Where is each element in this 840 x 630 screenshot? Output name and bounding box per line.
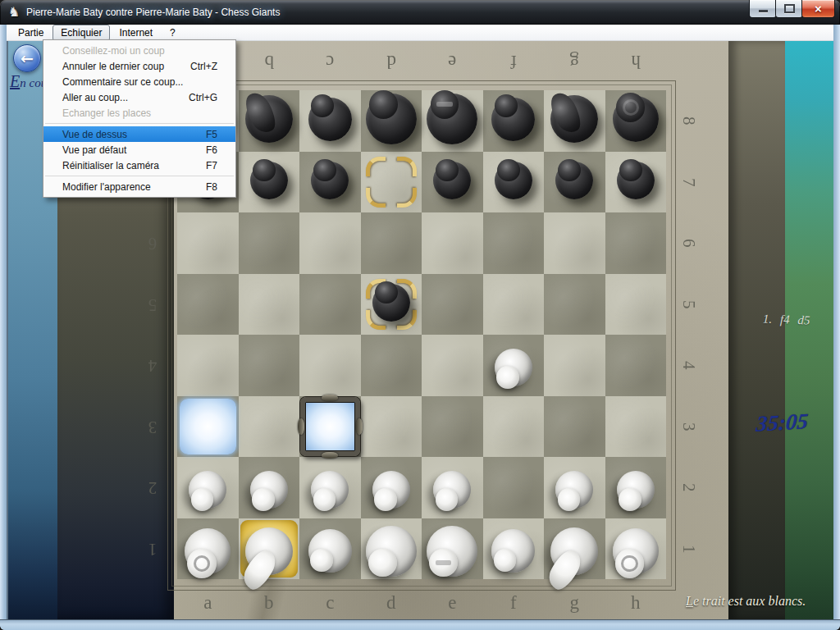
piece-head	[252, 488, 275, 511]
piece-white-pawn-e2[interactable]	[433, 471, 471, 509]
square-d3[interactable]	[361, 396, 422, 458]
piece-head	[313, 159, 336, 182]
piece-head	[368, 549, 397, 578]
frame-ornament	[322, 395, 338, 401]
menu-item-label: Réinitialiser la caméra	[62, 160, 159, 171]
square-d4[interactable]	[361, 335, 422, 396]
piece-white-pawn-f4[interactable]	[495, 349, 532, 386]
piece-head	[431, 90, 459, 119]
menu-item-conseillez-moi-un-coup[interactable]: Conseillez-moi un coup	[43, 43, 235, 58]
square-a4[interactable]	[177, 335, 239, 396]
piece-black-king-e8[interactable]	[427, 94, 477, 144]
square-b3[interactable]	[239, 396, 300, 458]
piece-head	[494, 549, 517, 572]
menu-item-modifier-l-apparence[interactable]: Modifier l'apparenceF8	[43, 179, 235, 194]
menubar-item-echiquier[interactable]: Echiquier	[52, 25, 110, 41]
piece-white-king-e1[interactable]	[427, 526, 477, 577]
piece-head	[429, 549, 458, 578]
piece-white-pawn-g2[interactable]	[555, 471, 593, 509]
square-f5[interactable]	[483, 274, 545, 336]
piece-white-rook-a1[interactable]	[185, 528, 231, 574]
menu-separator	[45, 123, 234, 124]
menubar-item-internet[interactable]: Internet	[111, 25, 161, 41]
title-bar[interactable]: ♞ Pierre-Marie Baty contre Pierre-Marie …	[0, 0, 840, 25]
menu-item-commentaire-sur-ce-coup[interactable]: Commentaire sur ce coup...	[43, 74, 235, 89]
menu-item-vue-de-dessus[interactable]: Vue de dessusF5	[43, 126, 235, 142]
piece-black-pawn-g7[interactable]	[555, 162, 593, 199]
menubar-item-partie[interactable]: Partie	[10, 25, 52, 41]
back-button[interactable]: ←	[13, 44, 41, 72]
menu-item-réinitialiser-la-caméra[interactable]: Réinitialiser la caméraF7	[43, 158, 235, 173]
piece-black-rook-h8[interactable]	[613, 96, 659, 142]
piece-black-knight-b8[interactable]	[245, 95, 293, 143]
piece-head	[369, 90, 398, 119]
square-h4[interactable]	[605, 335, 667, 396]
square-e5[interactable]	[422, 274, 483, 336]
menu-item-label: Vue par défaut	[62, 144, 126, 156]
square-c5[interactable]	[299, 274, 361, 336]
last-move-corner-icon	[397, 188, 417, 208]
piece-white-pawn-c2[interactable]	[311, 471, 349, 509]
piece-white-bishop-c1[interactable]	[308, 529, 352, 573]
piece-white-pawn-a2[interactable]	[189, 471, 226, 509]
piece-black-bishop-f8[interactable]	[491, 98, 535, 141]
square-b4[interactable]	[239, 335, 300, 396]
square-f2[interactable]	[483, 457, 545, 518]
piece-head	[311, 94, 334, 117]
square-g6[interactable]	[544, 212, 605, 274]
square-f6[interactable]	[483, 212, 545, 274]
square-a5[interactable]	[177, 274, 239, 336]
piece-white-bishop-f1[interactable]	[491, 529, 535, 573]
square-b6[interactable]	[239, 212, 300, 274]
piece-white-pawn-d2[interactable]	[372, 471, 410, 509]
square-e4[interactable]	[422, 335, 483, 396]
menu-item-aller-au-coup[interactable]: Aller au coup...Ctrl+G	[43, 89, 235, 105]
close-button[interactable]: ×	[801, 0, 835, 18]
square-a6[interactable]	[177, 212, 239, 274]
piece-black-pawn-e7[interactable]	[433, 162, 471, 199]
square-c6[interactable]	[299, 212, 361, 274]
piece-white-rook-h1[interactable]	[613, 528, 659, 574]
piece-head	[374, 488, 397, 511]
square-c4[interactable]	[299, 335, 361, 396]
maximize-button[interactable]	[775, 0, 803, 18]
piece-white-pawn-b2[interactable]	[250, 471, 288, 509]
piece-head	[313, 488, 336, 511]
piece-head	[497, 159, 520, 182]
piece-black-pawn-c7[interactable]	[311, 162, 349, 199]
piece-black-pawn-f7[interactable]	[495, 162, 532, 199]
square-h6[interactable]	[605, 212, 667, 274]
piece-white-pawn-h2[interactable]	[617, 471, 655, 509]
square-e3[interactable]	[422, 396, 483, 458]
menu-item-shortcut: F8	[206, 181, 217, 193]
chess-board[interactable]	[177, 90, 666, 579]
menu-item-shortcut: Ctrl+G	[189, 92, 217, 103]
square-g5[interactable]	[544, 274, 605, 336]
square-g3[interactable]	[544, 396, 605, 458]
piece-white-queen-d1[interactable]	[366, 526, 417, 577]
highlight-last-move-d7	[361, 152, 422, 213]
piece-black-pawn-h7[interactable]	[617, 162, 655, 199]
back-arrow-icon: ←	[21, 51, 34, 66]
piece-black-pawn-b7[interactable]	[250, 162, 288, 199]
piece-black-knight-g8[interactable]	[550, 95, 598, 143]
piece-black-pawn-d5[interactable]	[372, 284, 410, 322]
menu-item-annuler-le-dernier-coup[interactable]: Annuler le dernier coupCtrl+Z	[43, 58, 235, 74]
square-f3[interactable]	[483, 396, 545, 458]
highlight-move-hint-a3	[177, 396, 239, 458]
piece-head	[619, 159, 642, 182]
piece-black-bishop-c8[interactable]	[308, 98, 352, 141]
minimize-button[interactable]	[749, 0, 777, 18]
square-h5[interactable]	[605, 274, 667, 336]
square-h3[interactable]	[605, 396, 667, 458]
menu-item-echanger-les-places[interactable]: Echanger les places	[43, 105, 235, 121]
piece-white-knight-b1[interactable]	[245, 527, 293, 575]
menubar-item-aide[interactable]: ?	[162, 25, 184, 41]
square-b5[interactable]	[239, 274, 300, 336]
piece-black-queen-d8[interactable]	[366, 94, 417, 144]
square-g4[interactable]	[544, 335, 605, 396]
square-e6[interactable]	[422, 212, 483, 274]
menu-item-vue-par-défaut[interactable]: Vue par défautF6	[43, 142, 235, 158]
square-d6[interactable]	[361, 212, 422, 274]
piece-white-knight-g1[interactable]	[550, 527, 598, 575]
